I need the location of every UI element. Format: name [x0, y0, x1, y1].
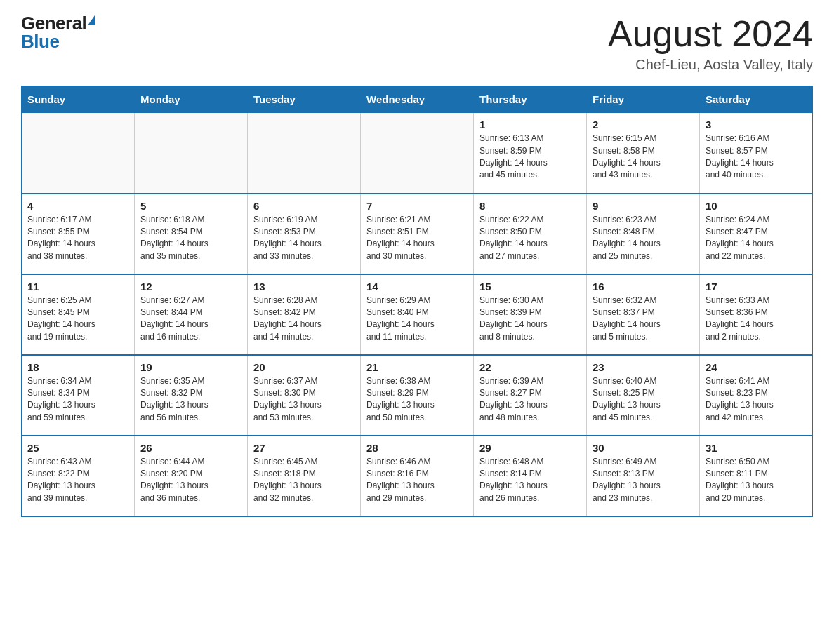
calendar-cell: 17Sunrise: 6:33 AM Sunset: 8:36 PM Dayli…: [700, 274, 813, 355]
calendar-cell: 1Sunrise: 6:13 AM Sunset: 8:59 PM Daylig…: [474, 113, 587, 194]
day-number: 25: [27, 442, 128, 454]
day-number: 31: [706, 442, 807, 454]
title-area: August 2024 Chef-Lieu, Aosta Valley, Ita…: [608, 14, 813, 73]
day-info: Sunrise: 6:40 AM Sunset: 8:25 PM Dayligh…: [593, 375, 694, 424]
calendar-body: 1Sunrise: 6:13 AM Sunset: 8:59 PM Daylig…: [22, 113, 813, 516]
day-number: 27: [253, 442, 355, 454]
header-col-thursday: Thursday: [474, 86, 587, 113]
day-info: Sunrise: 6:45 AM Sunset: 8:18 PM Dayligh…: [253, 456, 355, 505]
header-col-wednesday: Wednesday: [361, 86, 474, 113]
day-number: 19: [140, 361, 241, 373]
day-number: 3: [706, 119, 807, 130]
calendar-cell: 6Sunrise: 6:19 AM Sunset: 8:53 PM Daylig…: [248, 194, 361, 274]
day-info: Sunrise: 6:17 AM Sunset: 8:55 PM Dayligh…: [27, 214, 128, 263]
day-info: Sunrise: 6:35 AM Sunset: 8:32 PM Dayligh…: [140, 375, 241, 424]
day-info: Sunrise: 6:37 AM Sunset: 8:30 PM Dayligh…: [253, 375, 355, 424]
calendar-cell: 26Sunrise: 6:44 AM Sunset: 8:20 PM Dayli…: [135, 436, 248, 516]
page-header: General Blue August 2024 Chef-Lieu, Aost…: [21, 14, 813, 73]
day-number: 15: [479, 281, 581, 293]
day-number: 21: [366, 361, 468, 373]
day-number: 8: [479, 200, 581, 212]
calendar-cell: [22, 113, 135, 194]
day-info: Sunrise: 6:28 AM Sunset: 8:42 PM Dayligh…: [253, 295, 355, 344]
day-number: 5: [140, 200, 241, 212]
day-number: 4: [27, 200, 128, 212]
day-number: 1: [479, 119, 581, 130]
calendar-cell: 2Sunrise: 6:15 AM Sunset: 8:58 PM Daylig…: [587, 113, 700, 194]
day-info: Sunrise: 6:30 AM Sunset: 8:39 PM Dayligh…: [479, 295, 581, 344]
calendar-cell: 8Sunrise: 6:22 AM Sunset: 8:50 PM Daylig…: [474, 194, 587, 274]
day-number: 7: [366, 200, 468, 212]
calendar-cell: 29Sunrise: 6:48 AM Sunset: 8:14 PM Dayli…: [474, 436, 587, 516]
day-number: 20: [253, 361, 355, 373]
day-info: Sunrise: 6:19 AM Sunset: 8:53 PM Dayligh…: [253, 214, 355, 263]
day-info: Sunrise: 6:25 AM Sunset: 8:45 PM Dayligh…: [27, 295, 128, 344]
header-col-sunday: Sunday: [22, 86, 135, 113]
calendar-cell: 14Sunrise: 6:29 AM Sunset: 8:40 PM Dayli…: [361, 274, 474, 355]
day-number: 14: [366, 281, 468, 293]
day-info: Sunrise: 6:49 AM Sunset: 8:13 PM Dayligh…: [593, 456, 694, 505]
day-number: 26: [140, 442, 241, 454]
week-row-2: 4Sunrise: 6:17 AM Sunset: 8:55 PM Daylig…: [22, 194, 813, 274]
day-info: Sunrise: 6:13 AM Sunset: 8:59 PM Dayligh…: [479, 133, 581, 182]
header-row: SundayMondayTuesdayWednesdayThursdayFrid…: [22, 86, 813, 113]
calendar-cell: 11Sunrise: 6:25 AM Sunset: 8:45 PM Dayli…: [22, 274, 135, 355]
day-info: Sunrise: 6:34 AM Sunset: 8:34 PM Dayligh…: [27, 375, 128, 424]
header-col-saturday: Saturday: [700, 86, 813, 113]
day-number: 24: [706, 361, 807, 373]
logo-triangle-icon: [88, 15, 95, 25]
day-number: 22: [479, 361, 581, 373]
day-info: Sunrise: 6:39 AM Sunset: 8:27 PM Dayligh…: [479, 375, 581, 424]
calendar-cell: 22Sunrise: 6:39 AM Sunset: 8:27 PM Dayli…: [474, 355, 587, 436]
calendar-cell: 3Sunrise: 6:16 AM Sunset: 8:57 PM Daylig…: [700, 113, 813, 194]
calendar-cell: 24Sunrise: 6:41 AM Sunset: 8:23 PM Dayli…: [700, 355, 813, 436]
day-number: 29: [479, 442, 581, 454]
calendar-cell: [248, 113, 361, 194]
logo-general: General: [21, 14, 86, 32]
day-info: Sunrise: 6:18 AM Sunset: 8:54 PM Dayligh…: [140, 214, 241, 263]
calendar-cell: 9Sunrise: 6:23 AM Sunset: 8:48 PM Daylig…: [587, 194, 700, 274]
calendar-cell: 20Sunrise: 6:37 AM Sunset: 8:30 PM Dayli…: [248, 355, 361, 436]
calendar-cell: [135, 113, 248, 194]
calendar-header: SundayMondayTuesdayWednesdayThursdayFrid…: [22, 86, 813, 113]
day-number: 18: [27, 361, 128, 373]
day-info: Sunrise: 6:43 AM Sunset: 8:22 PM Dayligh…: [27, 456, 128, 505]
day-info: Sunrise: 6:41 AM Sunset: 8:23 PM Dayligh…: [706, 375, 807, 424]
calendar-table: SundayMondayTuesdayWednesdayThursdayFrid…: [21, 86, 813, 517]
calendar-cell: 27Sunrise: 6:45 AM Sunset: 8:18 PM Dayli…: [248, 436, 361, 516]
calendar-cell: 7Sunrise: 6:21 AM Sunset: 8:51 PM Daylig…: [361, 194, 474, 274]
day-number: 2: [593, 119, 694, 130]
calendar-cell: 12Sunrise: 6:27 AM Sunset: 8:44 PM Dayli…: [135, 274, 248, 355]
day-info: Sunrise: 6:29 AM Sunset: 8:40 PM Dayligh…: [366, 295, 468, 344]
week-row-5: 25Sunrise: 6:43 AM Sunset: 8:22 PM Dayli…: [22, 436, 813, 516]
day-number: 12: [140, 281, 241, 293]
calendar-cell: 28Sunrise: 6:46 AM Sunset: 8:16 PM Dayli…: [361, 436, 474, 516]
calendar-cell: 25Sunrise: 6:43 AM Sunset: 8:22 PM Dayli…: [22, 436, 135, 516]
day-number: 10: [706, 200, 807, 212]
header-col-tuesday: Tuesday: [248, 86, 361, 113]
day-info: Sunrise: 6:16 AM Sunset: 8:57 PM Dayligh…: [706, 133, 807, 182]
calendar-cell: 13Sunrise: 6:28 AM Sunset: 8:42 PM Dayli…: [248, 274, 361, 355]
day-info: Sunrise: 6:23 AM Sunset: 8:48 PM Dayligh…: [593, 214, 694, 263]
calendar-cell: 5Sunrise: 6:18 AM Sunset: 8:54 PM Daylig…: [135, 194, 248, 274]
calendar-cell: 31Sunrise: 6:50 AM Sunset: 8:11 PM Dayli…: [700, 436, 813, 516]
day-number: 23: [593, 361, 694, 373]
day-number: 16: [593, 281, 694, 293]
day-number: 17: [706, 281, 807, 293]
day-info: Sunrise: 6:50 AM Sunset: 8:11 PM Dayligh…: [706, 456, 807, 505]
week-row-3: 11Sunrise: 6:25 AM Sunset: 8:45 PM Dayli…: [22, 274, 813, 355]
calendar-cell: 10Sunrise: 6:24 AM Sunset: 8:47 PM Dayli…: [700, 194, 813, 274]
logo: General Blue: [21, 14, 95, 51]
calendar-title: August 2024: [608, 14, 813, 54]
calendar-cell: 18Sunrise: 6:34 AM Sunset: 8:34 PM Dayli…: [22, 355, 135, 436]
header-col-friday: Friday: [587, 86, 700, 113]
day-info: Sunrise: 6:44 AM Sunset: 8:20 PM Dayligh…: [140, 456, 241, 505]
calendar-cell: 15Sunrise: 6:30 AM Sunset: 8:39 PM Dayli…: [474, 274, 587, 355]
day-info: Sunrise: 6:48 AM Sunset: 8:14 PM Dayligh…: [479, 456, 581, 505]
day-info: Sunrise: 6:22 AM Sunset: 8:50 PM Dayligh…: [479, 214, 581, 263]
week-row-4: 18Sunrise: 6:34 AM Sunset: 8:34 PM Dayli…: [22, 355, 813, 436]
calendar-cell: 30Sunrise: 6:49 AM Sunset: 8:13 PM Dayli…: [587, 436, 700, 516]
calendar-cell: 19Sunrise: 6:35 AM Sunset: 8:32 PM Dayli…: [135, 355, 248, 436]
day-number: 6: [253, 200, 355, 212]
day-number: 13: [253, 281, 355, 293]
